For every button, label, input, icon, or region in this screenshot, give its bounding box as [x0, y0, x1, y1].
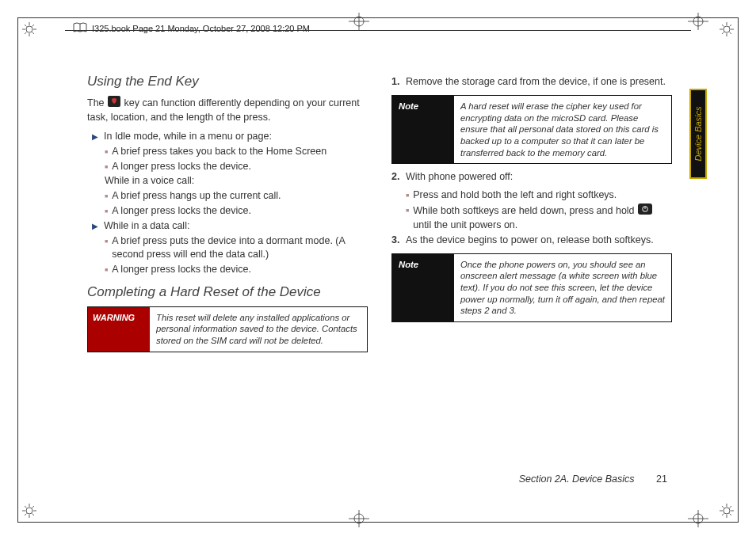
header-text: I325.book Page 21 Monday, October 27, 20…: [92, 24, 310, 33]
triangle-bullet-icon: ▶: [92, 131, 98, 143]
heading-hard-reset: Completing a Hard Reset of the Device: [87, 284, 368, 300]
svg-line-16: [722, 32, 724, 35]
svg-line-17: [730, 25, 732, 27]
reg-mark-icon: [22, 22, 36, 36]
square-bullet-icon: ■: [105, 192, 108, 203]
svg-point-9: [724, 26, 730, 32]
left-column: Using the End Key The key can function d…: [87, 74, 368, 359]
warning-body: This reset will delete any installed app…: [150, 307, 367, 352]
svg-line-34: [722, 514, 724, 516]
end-key-icon: [108, 96, 120, 111]
bullet-data-b: ■A longer press locks the device.: [105, 263, 368, 276]
square-bullet-icon: ■: [105, 266, 108, 276]
reg-mark-icon: [720, 22, 734, 36]
note-label: Note: [392, 254, 454, 321]
svg-point-0: [26, 26, 32, 32]
svg-line-24: [32, 514, 35, 516]
step-1: 1.Remove the storage card from the devic…: [391, 75, 672, 89]
svg-line-33: [730, 514, 732, 516]
section-tab: Device Basics: [689, 89, 707, 179]
svg-line-5: [25, 25, 27, 27]
bullet-data: ▶While in a data call:: [92, 219, 368, 233]
svg-line-23: [25, 506, 27, 508]
square-bullet-icon: ■: [105, 163, 108, 173]
square-bullet-icon: ■: [406, 192, 409, 202]
heading-end-key: Using the End Key: [87, 74, 368, 89]
svg-line-32: [722, 506, 724, 508]
bullet-data-a: ■A brief press puts the device into a do…: [105, 234, 368, 261]
bullet-idle: ▶In Idle mode, while in a menu or page:: [92, 130, 368, 143]
svg-line-26: [32, 506, 35, 508]
bullet-voice-a: ■A brief press hangs up the current call…: [105, 189, 368, 203]
note-box-2: Note Once the phone powers on, you shoul…: [391, 253, 672, 322]
warning-label: WARNING: [88, 307, 150, 352]
power-key-icon: [638, 203, 652, 219]
svg-line-35: [730, 506, 732, 508]
step-2a: ■Press and hold both the left and right …: [406, 188, 672, 202]
intro-paragraph: The key can function differently dependi…: [87, 96, 368, 124]
bullet-voice-b: ■A longer press locks the device.: [105, 204, 368, 218]
step-2b: ■While both softkeys are held down, pres…: [406, 203, 672, 232]
reg-mark-icon: [22, 504, 36, 518]
square-bullet-icon: ■: [105, 238, 108, 261]
square-bullet-icon: ■: [105, 207, 108, 218]
svg-line-14: [722, 25, 724, 27]
svg-line-7: [25, 32, 27, 35]
crop-mark-icon: [349, 13, 369, 30]
content-area: Using the End Key The key can function d…: [87, 74, 674, 359]
step-2: 2.With phone powered off:: [391, 170, 672, 184]
svg-point-27: [724, 508, 730, 514]
square-bullet-icon: ■: [105, 148, 108, 158]
note-label: Note: [392, 96, 454, 163]
crop-mark-icon: [688, 510, 708, 527]
bullet-idle-a: ■A brief press takes you back to the Hom…: [105, 145, 368, 158]
svg-line-6: [32, 32, 35, 35]
triangle-bullet-icon: ▶: [92, 221, 98, 233]
crop-mark-icon: [688, 13, 708, 30]
step-3: 3.As the device begins to power on, rele…: [391, 234, 672, 247]
svg-line-25: [25, 514, 27, 516]
svg-line-8: [32, 25, 35, 27]
page-footer: Section 2A. Device Basics 21: [519, 473, 667, 485]
square-bullet-icon: ■: [406, 207, 409, 232]
reg-mark-icon: [720, 504, 734, 518]
note-body: Once the phone powers on, you should see…: [454, 254, 671, 321]
bullet-idle-b: ■A longer press locks the device.: [105, 160, 368, 173]
warning-box: WARNING This reset will delete any insta…: [87, 306, 368, 352]
footer-section: Section 2A. Device Basics: [519, 473, 635, 485]
header-rule: [65, 30, 691, 31]
note-body: A hard reset will erase the cipher key u…: [454, 96, 671, 163]
page-number: 21: [656, 473, 667, 485]
book-icon: [73, 22, 87, 33]
svg-line-15: [730, 32, 732, 35]
crop-mark-icon: [349, 510, 369, 527]
right-column: 1.Remove the storage card from the devic…: [391, 74, 672, 359]
svg-point-18: [26, 508, 32, 514]
note-box-1: Note A hard reset will erase the cipher …: [391, 95, 672, 164]
voice-call-label: While in a voice call:: [105, 174, 368, 188]
